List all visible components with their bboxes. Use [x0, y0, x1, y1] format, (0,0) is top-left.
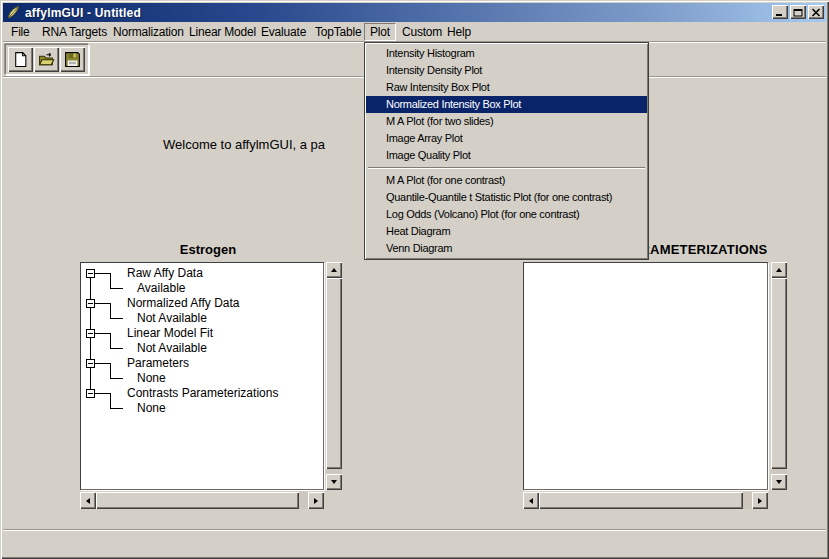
window-title: affylmGUI - Untitled: [25, 6, 141, 20]
tree-node-label[interactable]: Linear Model Fit: [82, 326, 322, 341]
arrow-down-icon: [331, 480, 337, 484]
expand-box-icon[interactable]: [86, 269, 95, 278]
tree-node-status[interactable]: Not Available: [82, 341, 322, 356]
save-floppy-icon: [64, 51, 81, 68]
menu-plot[interactable]: Plot: [364, 23, 396, 41]
status-bar: [3, 533, 826, 555]
tree-node-label[interactable]: Raw Affy Data: [82, 266, 322, 281]
tree-node-status[interactable]: Available: [82, 281, 322, 296]
menu-bar: File RNA Targets Normalization Linear Mo…: [3, 22, 826, 42]
arrow-left-icon: [529, 498, 533, 504]
left-tree-panel: Raw Affy Data Available Normalized Affy …: [80, 262, 324, 490]
right-horizontal-scrollbar[interactable]: [523, 492, 768, 509]
tree-node-label[interactable]: Normalized Affy Data: [82, 296, 322, 311]
menu-linear-model[interactable]: Linear Model: [189, 22, 256, 42]
maximize-icon: [793, 8, 803, 17]
menu-custom[interactable]: Custom: [402, 22, 442, 42]
scroll-up-button[interactable]: [771, 262, 787, 278]
new-document-icon: [12, 51, 29, 68]
scroll-down-button[interactable]: [771, 474, 787, 490]
expand-box-icon[interactable]: [86, 329, 95, 338]
feather-icon: [6, 5, 21, 20]
menu-item[interactable]: M A Plot (for one contrast): [366, 172, 647, 189]
arrow-left-icon: [86, 498, 90, 504]
close-icon: [811, 8, 821, 17]
title-bar[interactable]: affylmGUI - Untitled: [3, 3, 826, 22]
tree-rows: Raw Affy Data Available Normalized Affy …: [82, 264, 322, 416]
toolbar: [5, 44, 89, 75]
menu-toptable[interactable]: TopTable: [315, 22, 361, 42]
minimize-button[interactable]: [772, 5, 788, 19]
menu-item[interactable]: Intensity Histogram: [366, 45, 647, 62]
tree-node-label[interactable]: Contrasts Parameterizations: [82, 386, 322, 401]
menu-item[interactable]: Image Array Plot: [366, 130, 647, 147]
left-horizontal-scrollbar[interactable]: [80, 492, 324, 509]
maximize-button[interactable]: [790, 5, 806, 19]
scroll-down-button[interactable]: [326, 474, 342, 490]
scroll-right-button[interactable]: [752, 492, 768, 509]
menu-item[interactable]: Quantile-Quantile t Statistic Plot (for …: [366, 189, 647, 206]
arrow-down-icon: [776, 480, 782, 484]
open-folder-icon: [38, 51, 55, 68]
arrow-right-icon: [314, 498, 318, 504]
tree-node-status[interactable]: Not Available: [82, 311, 322, 326]
menu-item[interactable]: Image Quality Plot: [366, 147, 647, 164]
scroll-right-button[interactable]: [308, 492, 324, 509]
scroll-left-button[interactable]: [80, 492, 96, 509]
left-vertical-scrollbar[interactable]: [326, 262, 342, 490]
minimize-icon: [775, 8, 785, 17]
right-vertical-scrollbar[interactable]: [771, 262, 787, 490]
scroll-left-button[interactable]: [523, 492, 539, 509]
welcome-text: Welcome to affylmGUI, a pa: [163, 137, 325, 152]
menu-help[interactable]: Help: [447, 22, 471, 42]
expand-box-icon[interactable]: [86, 299, 95, 308]
save-file-button[interactable]: [60, 47, 85, 72]
new-file-button[interactable]: [8, 47, 33, 72]
menu-file[interactable]: File: [11, 22, 30, 42]
menu-item[interactable]: Intensity Density Plot: [366, 62, 647, 79]
menu-item[interactable]: M A Plot (for two slides): [366, 113, 647, 130]
menu-rna-targets[interactable]: RNA Targets: [42, 22, 107, 42]
open-file-button[interactable]: [34, 47, 59, 72]
scrollbar-thumb[interactable]: [326, 278, 342, 469]
expand-box-icon[interactable]: [86, 389, 95, 398]
arrow-up-icon: [776, 268, 782, 272]
menu-separator: [368, 167, 645, 169]
scrollbar-thumb[interactable]: [96, 492, 299, 509]
plot-menu: Intensity Histogram Intensity Density Pl…: [364, 42, 649, 260]
tree-node-status[interactable]: None: [82, 401, 322, 416]
app-window: affylmGUI - Untitled File RNA Targets No…: [0, 0, 829, 559]
scrollbar-thumb[interactable]: [771, 278, 787, 469]
left-panel-title: Estrogen: [77, 242, 339, 258]
menu-item[interactable]: Heat Diagram: [366, 223, 647, 240]
right-tree-panel: [523, 262, 768, 490]
menu-normalization[interactable]: Normalization: [113, 22, 184, 42]
tree-node-status[interactable]: None: [82, 371, 322, 386]
menu-item-highlighted[interactable]: Normalized Intensity Box Plot: [366, 96, 647, 113]
arrow-right-icon: [758, 498, 762, 504]
close-button[interactable]: [808, 5, 824, 19]
menu-evaluate[interactable]: Evaluate: [261, 22, 306, 42]
arrow-up-icon: [331, 268, 337, 272]
scrollbar-thumb[interactable]: [539, 492, 743, 509]
menu-item[interactable]: Log Odds (Volcano) Plot (for one contras…: [366, 206, 647, 223]
menu-item[interactable]: Raw Intensity Box Plot: [366, 79, 647, 96]
tree-node-label[interactable]: Parameters: [82, 356, 322, 371]
expand-box-icon[interactable]: [86, 359, 95, 368]
menu-item[interactable]: Venn Diagram: [366, 240, 647, 257]
scroll-up-button[interactable]: [326, 262, 342, 278]
